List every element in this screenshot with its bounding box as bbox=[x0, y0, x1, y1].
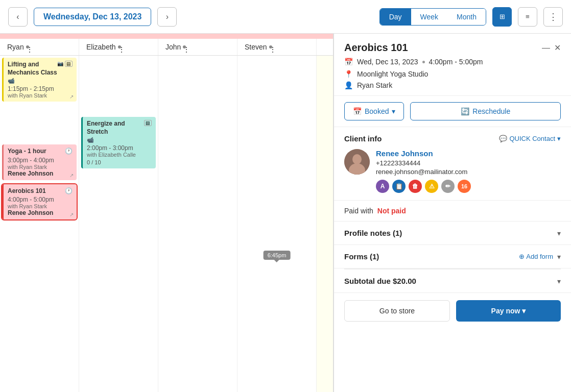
add-form-label: Add form bbox=[526, 253, 553, 260]
event-energize-title: Energize and Stretch bbox=[87, 120, 144, 136]
detail-location-text: Moonlight Yoga Studio bbox=[357, 70, 428, 78]
detail-time: 4:00pm - 5:00pm bbox=[429, 58, 483, 66]
badge-delete[interactable]: 🗑 bbox=[409, 180, 422, 193]
ellipsis-icon: ⋮ bbox=[549, 11, 558, 22]
column-headers: Ryan ⋮ Elizabeth ⋮ John ⋮ Steven ⋮ bbox=[0, 39, 333, 56]
col-header-john: John ⋮ bbox=[158, 39, 237, 55]
forms-actions: ⊕ Add form ▾ bbox=[519, 253, 561, 261]
calendar-grid: Lifting and Mechanics Class 📷 ▤ 📹 1:15pm… bbox=[0, 56, 333, 392]
ryan-column: Lifting and Mechanics Class 📷 ▤ 📹 1:15pm… bbox=[0, 56, 79, 392]
svg-point-1 bbox=[352, 154, 362, 164]
forms-label: Forms (1) bbox=[344, 252, 379, 261]
pay-chevron: ▾ bbox=[522, 307, 526, 315]
client-name[interactable]: Renee Johnson bbox=[376, 149, 561, 158]
tab-day[interactable]: Day bbox=[380, 9, 411, 25]
badge-notes[interactable]: 📋 bbox=[392, 180, 406, 193]
elizabeth-options-dot[interactable]: ⋮ bbox=[118, 45, 121, 48]
tab-month[interactable]: Month bbox=[447, 9, 486, 25]
reschedule-button[interactable]: 🔄 Reschedule bbox=[410, 102, 561, 120]
pin-icon-energize: ▤ bbox=[144, 120, 152, 126]
ryan-options-dot[interactable]: ⋮ bbox=[26, 45, 29, 48]
event-lifting-arrow: ↗ bbox=[69, 94, 74, 100]
client-details: Renee Johnson +12223334444 renee.johnson… bbox=[376, 149, 561, 193]
subtotal-row[interactable]: Subtotal due $20.00 ▾ bbox=[334, 270, 571, 293]
minimize-button[interactable]: — bbox=[542, 43, 550, 53]
event-yoga-with: with Ryan Stark bbox=[8, 164, 73, 170]
tab-week[interactable]: Week bbox=[411, 9, 448, 25]
reschedule-icon: 🔄 bbox=[461, 107, 469, 115]
profile-notes-row[interactable]: Profile notes (1) ▾ bbox=[334, 222, 571, 245]
pink-top-bar bbox=[0, 34, 333, 39]
subtotal-label: Subtotal due $20.00 bbox=[344, 277, 416, 285]
paid-row: Paid with Not paid bbox=[334, 201, 571, 222]
video-icon: 📹 bbox=[8, 78, 15, 84]
event-energize[interactable]: Energize and Stretch ▤ 📹 2:00pm - 3:00pm… bbox=[81, 117, 156, 168]
detail-title: Aerobics 101 bbox=[344, 42, 408, 54]
event-energize-time: 2:00pm - 3:00pm bbox=[87, 144, 152, 152]
pay-now-button[interactable]: Pay now ▾ bbox=[456, 300, 561, 322]
event-aerobics-time: 4:00pm - 5:00pm bbox=[8, 196, 73, 203]
event-aerobics[interactable]: Aerobics 101 🕐 4:00pm - 5:00pm with Ryan… bbox=[2, 184, 77, 220]
booked-label: Booked bbox=[365, 107, 389, 115]
col-header-ryan-label: Ryan bbox=[7, 43, 24, 51]
event-yoga-client: Renee Johnson bbox=[8, 170, 73, 177]
grid-icon: ⊞ bbox=[499, 13, 505, 20]
pay-now-label: Pay now bbox=[491, 307, 520, 315]
grid-view-button[interactable]: ⊞ bbox=[492, 7, 512, 27]
event-energize-count: 0 / 10 bbox=[87, 159, 152, 165]
add-form-button[interactable]: ⊕ Add form bbox=[519, 253, 553, 260]
not-paid-badge: Not paid bbox=[377, 207, 406, 215]
add-icon: ⊕ bbox=[519, 253, 525, 260]
detail-datetime: 📅 Wed, Dec 13, 2023 4:00pm - 5:00pm bbox=[344, 58, 561, 66]
client-avatar bbox=[344, 149, 370, 175]
paid-label: Paid with bbox=[344, 207, 373, 215]
clock-icon-yoga: 🕐 bbox=[65, 148, 73, 155]
client-email: renee.johnson@mailinator.com bbox=[376, 168, 561, 176]
profile-notes-label: Profile notes (1) bbox=[344, 229, 402, 237]
booked-chevron: ▾ bbox=[392, 107, 395, 115]
col-header-steven: Steven ⋮ bbox=[237, 39, 317, 55]
time-tooltip: 6:45pm bbox=[264, 251, 291, 260]
quick-contact-chevron: ▾ bbox=[557, 135, 561, 142]
detail-panel: Aerobics 101 — ✕ 📅 Wed, Dec 13, 2023 4:0… bbox=[334, 34, 571, 392]
col-header-elizabeth-label: Elizabeth bbox=[86, 43, 116, 51]
view-tabs: Day Week Month bbox=[379, 8, 486, 26]
camera-icon: 📷 bbox=[57, 61, 63, 67]
more-options-button[interactable]: ⋮ bbox=[543, 7, 563, 27]
quick-contact-button[interactable]: 💬 QUICK Contact ▾ bbox=[499, 135, 561, 142]
badge-alert[interactable]: ⚠ bbox=[425, 180, 438, 193]
event-aerobics-arrow: ↗ bbox=[69, 212, 74, 217]
event-yoga-arrow: ↗ bbox=[69, 173, 74, 178]
event-energize-with: with Elizabeth Calle bbox=[87, 152, 152, 158]
next-button[interactable]: › bbox=[157, 7, 177, 27]
john-options-dot[interactable]: ⋮ bbox=[183, 45, 186, 48]
forms-row[interactable]: Forms (1) ⊕ Add form ▾ bbox=[334, 245, 571, 268]
calendar: Ryan ⋮ Elizabeth ⋮ John ⋮ Steven ⋮ bbox=[0, 34, 334, 392]
pin-icon: ▤ bbox=[65, 61, 73, 67]
event-yoga-time: 3:00pm - 4:00pm bbox=[8, 157, 73, 164]
client-phone: +12223334444 bbox=[376, 159, 561, 167]
prev-button[interactable]: ‹ bbox=[8, 7, 28, 27]
detail-location-row: 📍 Moonlight Yoga Studio bbox=[344, 70, 561, 78]
profile-notes-chevron: ▾ bbox=[557, 229, 561, 237]
badge-a[interactable]: A bbox=[376, 180, 389, 193]
steven-options-dot[interactable]: ⋮ bbox=[269, 45, 272, 48]
badge-edit[interactable]: ✏ bbox=[441, 180, 455, 193]
col-header-elizabeth: Elizabeth ⋮ bbox=[79, 39, 158, 55]
booked-button[interactable]: 📅 Booked ▾ bbox=[344, 102, 404, 120]
detail-person-row: 👤 Ryan Stark bbox=[344, 81, 561, 89]
go-to-store-button[interactable]: Go to store bbox=[344, 300, 450, 322]
event-lifting[interactable]: Lifting and Mechanics Class 📷 ▤ 📹 1:15pm… bbox=[2, 58, 77, 102]
event-yoga[interactable]: Yoga - 1 hour 🕐 3:00pm - 4:00pm with Rya… bbox=[2, 144, 77, 180]
col-header-steven-label: Steven bbox=[245, 43, 267, 51]
footer-buttons: Go to store Pay now ▾ bbox=[334, 293, 571, 329]
john-column bbox=[158, 56, 237, 392]
event-lifting-time: 1:15pm - 2:15pm bbox=[8, 85, 73, 92]
client-row: Renee Johnson +12223334444 renee.johnson… bbox=[344, 149, 561, 193]
client-info-title: Client info bbox=[344, 134, 382, 143]
badge-count[interactable]: 16 bbox=[458, 180, 471, 193]
location-icon: 📍 bbox=[344, 70, 353, 78]
list-view-button[interactable]: ≡ bbox=[518, 7, 537, 27]
close-button[interactable]: ✕ bbox=[554, 43, 561, 53]
detail-date: Wed, Dec 13, 2023 bbox=[357, 58, 418, 66]
